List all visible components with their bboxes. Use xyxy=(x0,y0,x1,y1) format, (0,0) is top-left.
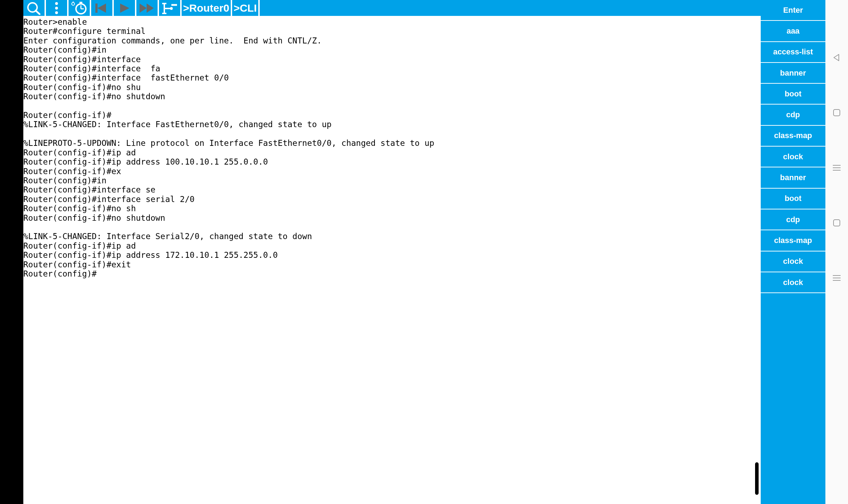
menu-button[interactable] xyxy=(46,0,69,16)
cmd-boot[interactable]: boot xyxy=(761,84,825,105)
cli-terminal[interactable]: Router>enable Router#configure terminal … xyxy=(23,16,761,504)
menu-lines-icon xyxy=(832,274,841,281)
square-icon xyxy=(833,109,841,117)
svg-point-2 xyxy=(55,2,58,5)
triangle-left-icon xyxy=(832,53,841,62)
cmd-aaa[interactable]: aaa xyxy=(761,21,825,42)
fast-forward-button[interactable] xyxy=(136,0,159,16)
cmd-banner[interactable]: banner xyxy=(761,63,825,84)
svg-point-3 xyxy=(55,7,58,10)
svg-rect-8 xyxy=(80,2,82,4)
cmd-clock-3[interactable]: clock xyxy=(761,272,825,293)
step-back-button[interactable] xyxy=(91,0,114,16)
breadcrumb-router[interactable]: >Router0 xyxy=(182,0,232,16)
svg-point-9 xyxy=(72,2,75,5)
cmd-boot-2[interactable]: boot xyxy=(761,189,825,209)
cli-output: Router>enable Router#configure terminal … xyxy=(23,17,761,278)
command-sidebar: Enter aaa access-list banner boot cdp cl… xyxy=(761,0,825,504)
square-icon xyxy=(833,219,841,227)
cmd-class-map[interactable]: class-map xyxy=(761,126,825,147)
svg-point-4 xyxy=(55,11,58,14)
nav-back[interactable] xyxy=(831,52,842,63)
svg-rect-18 xyxy=(834,109,840,116)
svg-rect-11 xyxy=(95,4,98,13)
network-split-icon xyxy=(161,1,178,15)
step-back-icon xyxy=(94,2,110,14)
cmd-cdp-2[interactable]: cdp xyxy=(761,209,825,230)
toolbar: >Router0 >CLI xyxy=(23,0,761,16)
timer-button[interactable] xyxy=(69,0,91,16)
stopwatch-icon xyxy=(70,1,88,15)
play-icon xyxy=(117,2,131,14)
cmd-cdp[interactable]: cdp xyxy=(761,105,825,125)
svg-line-1 xyxy=(36,11,40,14)
play-button[interactable] xyxy=(114,0,136,16)
topology-button[interactable] xyxy=(159,0,182,16)
main-area: >Router0 >CLI Router>enable Router#confi… xyxy=(23,0,761,504)
cmd-access-list[interactable]: access-list xyxy=(761,42,825,63)
cmd-clock[interactable]: clock xyxy=(761,147,825,167)
search-button[interactable] xyxy=(23,0,46,16)
search-icon xyxy=(25,1,42,15)
svg-rect-22 xyxy=(834,220,840,226)
left-black-margin xyxy=(0,0,23,504)
scrollbar-thumb[interactable] xyxy=(755,462,759,495)
svg-point-17 xyxy=(170,7,173,10)
nav-recent-2[interactable] xyxy=(831,273,842,283)
dots-vertical-icon xyxy=(53,2,60,14)
cmd-class-map-2[interactable]: class-map xyxy=(761,230,825,251)
toolbar-fill xyxy=(260,0,761,16)
system-nav xyxy=(825,0,848,504)
menu-lines-icon xyxy=(832,164,841,171)
breadcrumb-router-label: >Router0 xyxy=(183,2,229,14)
fast-forward-icon xyxy=(138,2,156,14)
nav-home-2[interactable] xyxy=(831,218,842,228)
breadcrumb-cli-label: >CLI xyxy=(234,2,257,14)
nav-home[interactable] xyxy=(831,107,842,118)
cmd-enter[interactable]: Enter xyxy=(761,0,825,21)
nav-recent[interactable] xyxy=(831,162,842,173)
cmd-clock-2[interactable]: clock xyxy=(761,251,825,272)
cmd-banner-2[interactable]: banner xyxy=(761,167,825,188)
breadcrumb-cli[interactable]: >CLI xyxy=(232,0,260,16)
